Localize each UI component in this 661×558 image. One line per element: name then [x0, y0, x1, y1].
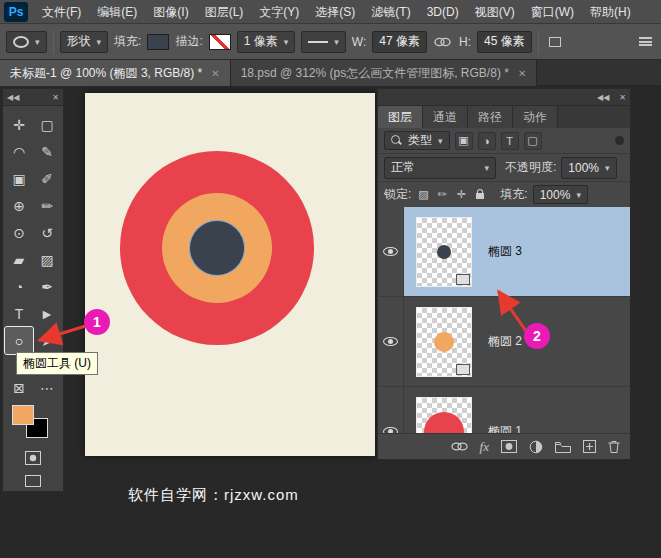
filter-pixel-layers-icon[interactable]: ▣	[455, 132, 473, 150]
blur-tool[interactable]: ◔	[5, 273, 33, 300]
filter-type-dropdown[interactable]: 类型 ▾	[384, 131, 450, 150]
close-panel-icon[interactable]: ✕	[619, 93, 626, 102]
menu-layer[interactable]: 图层(L)	[197, 0, 252, 24]
ellipse-tool-tooltip: 椭圆工具 (U)	[16, 352, 98, 375]
layer-name: 椭圆 2	[488, 333, 522, 350]
stroke-width-value: 1 像素	[244, 33, 278, 50]
thumbnail-cell[interactable]	[404, 397, 484, 434]
menu-window[interactable]: 窗口(W)	[523, 0, 582, 24]
ellipse-tool[interactable]: ○	[5, 327, 33, 354]
new-layer-icon[interactable]	[583, 440, 596, 453]
tab-layers[interactable]: 图层	[378, 106, 423, 128]
stroke-type-dropdown[interactable]: ▾	[301, 31, 346, 53]
layer-filter-toggle-icon[interactable]	[615, 136, 624, 145]
link-layers-icon[interactable]	[451, 441, 468, 452]
document-canvas[interactable]	[85, 93, 375, 456]
visibility-cell[interactable]	[378, 297, 404, 386]
stroke-color-swatch[interactable]	[209, 34, 231, 50]
visibility-cell[interactable]	[378, 207, 404, 296]
brush-tool[interactable]: ✏	[33, 192, 61, 219]
watermark-text: 软件自学网：rjzxw.com	[128, 486, 299, 505]
history-brush-tool[interactable]: ↺	[33, 219, 61, 246]
direct-selection-tool[interactable]: ➤	[33, 327, 61, 354]
new-adjustment-layer-icon[interactable]	[529, 440, 543, 454]
filter-type-layers-icon[interactable]: T	[501, 132, 519, 150]
menu-filter[interactable]: 滤镜(T)	[363, 0, 418, 24]
tab-actions[interactable]: 动作	[513, 106, 558, 128]
menu-select[interactable]: 选择(S)	[307, 0, 363, 24]
delete-layer-icon[interactable]	[608, 440, 620, 453]
gradient-tool[interactable]: ▨	[33, 246, 61, 273]
step-badge-2: 2	[524, 323, 550, 349]
fill-label: 填充:	[114, 33, 141, 50]
lock-all-icon[interactable]	[473, 190, 487, 199]
layer-effects-icon[interactable]: fx	[480, 439, 489, 455]
new-group-icon[interactable]	[555, 441, 571, 453]
layer-row-ellipse-3[interactable]: 椭圆 3	[378, 207, 630, 297]
lock-transparency-icon[interactable]: ▨	[416, 188, 430, 201]
move-tool[interactable]: ✛	[5, 111, 33, 138]
tool-mode-dropdown[interactable]: 形状 ▾	[60, 31, 109, 53]
menu-help[interactable]: 帮助(H)	[582, 0, 639, 24]
thumbnail-cell[interactable]	[404, 217, 484, 287]
tab-paths[interactable]: 路径	[468, 106, 513, 128]
menu-view[interactable]: 视图(V)	[467, 0, 523, 24]
menu-file[interactable]: 文件(F)	[34, 0, 89, 24]
opacity-dropdown[interactable]: 100% ▾	[561, 157, 616, 179]
crop-tool[interactable]: ▣	[5, 165, 33, 192]
options-menu-icon[interactable]	[635, 32, 655, 52]
thumbnail-cell[interactable]	[404, 307, 484, 377]
close-panel-icon[interactable]: ✕	[52, 93, 59, 102]
layer-row-ellipse-2[interactable]: 椭圆 2	[378, 297, 630, 387]
path-operations-icon[interactable]	[545, 32, 565, 52]
lock-pixels-icon[interactable]: ✏	[435, 188, 449, 201]
fill-color-swatch[interactable]	[147, 34, 169, 50]
chevron-down-icon: ▾	[35, 37, 40, 47]
document-tab-18psd[interactable]: 18.psd @ 312% (ps怎么画文件管理图标, RGB/8) * ✕	[231, 60, 538, 86]
filter-adjustment-layers-icon[interactable]: ◑	[478, 132, 496, 150]
width-input[interactable]: 47 像素	[372, 31, 427, 53]
tab-close-icon[interactable]: ✕	[211, 68, 219, 79]
visibility-cell[interactable]	[378, 387, 404, 433]
document-tab-untitled[interactable]: 未标题-1 @ 100% (椭圆 3, RGB/8) * ✕	[0, 60, 231, 86]
healing-brush-tool[interactable]: ⊕	[5, 192, 33, 219]
menu-3d[interactable]: 3D(D)	[419, 0, 467, 24]
height-input[interactable]: 45 像素	[477, 31, 532, 53]
pen-tool[interactable]: ✒	[33, 273, 61, 300]
tab-close-icon[interactable]: ✕	[518, 68, 526, 79]
more-tools-icon[interactable]: ⋯	[33, 374, 61, 401]
chevron-down-icon: ▾	[605, 163, 610, 173]
eraser-tool[interactable]: ▰	[5, 246, 33, 273]
foreground-color-swatch[interactable]	[12, 405, 34, 425]
lasso-tool[interactable]: ◠	[5, 138, 33, 165]
menu-image[interactable]: 图像(I)	[145, 0, 196, 24]
menu-edit[interactable]: 编辑(E)	[89, 0, 145, 24]
filter-shape-layers-icon[interactable]: ▢	[524, 132, 542, 150]
type-tool[interactable]: T	[5, 300, 33, 327]
clone-stamp-tool[interactable]: ⊙	[5, 219, 33, 246]
tab-title: 未标题-1 @ 100% (椭圆 3, RGB/8) *	[10, 65, 202, 82]
blend-mode-dropdown[interactable]: 正常 ▾	[384, 157, 496, 179]
frame-tool[interactable]: ⊠	[5, 374, 33, 401]
stroke-width-dropdown[interactable]: 1 像素 ▾	[237, 31, 296, 53]
layer-fill-dropdown[interactable]: 100% ▾	[533, 185, 588, 204]
menu-type[interactable]: 文字(Y)	[251, 0, 307, 24]
lock-position-icon[interactable]: ✛	[454, 188, 468, 201]
quick-selection-tool[interactable]: ✎	[33, 138, 61, 165]
path-selection-tool[interactable]: ►	[33, 300, 61, 327]
layer-row-ellipse-1[interactable]: 椭圆 1	[378, 387, 630, 433]
quick-mask-icon[interactable]	[25, 451, 41, 468]
line-style-icon	[308, 41, 328, 43]
collapse-panel-icon[interactable]: ◀◀	[597, 93, 609, 102]
tool-preset-picker[interactable]: ▾	[6, 31, 47, 53]
tab-title: 18.psd @ 312% (ps怎么画文件管理图标, RGB/8) *	[241, 65, 509, 82]
chevron-down-icon: ▾	[438, 136, 443, 146]
link-dimensions-icon[interactable]	[433, 32, 453, 52]
collapse-panel-icon[interactable]: ◀◀	[7, 93, 19, 102]
screen-mode-icon[interactable]	[25, 475, 41, 490]
add-layer-mask-icon[interactable]	[501, 440, 517, 453]
tab-channels[interactable]: 通道	[423, 106, 468, 128]
rectangular-marquee-tool[interactable]: ▢	[33, 111, 61, 138]
eyedropper-tool[interactable]: ✐	[33, 165, 61, 192]
artwork-inner-dark-circle	[190, 221, 244, 275]
